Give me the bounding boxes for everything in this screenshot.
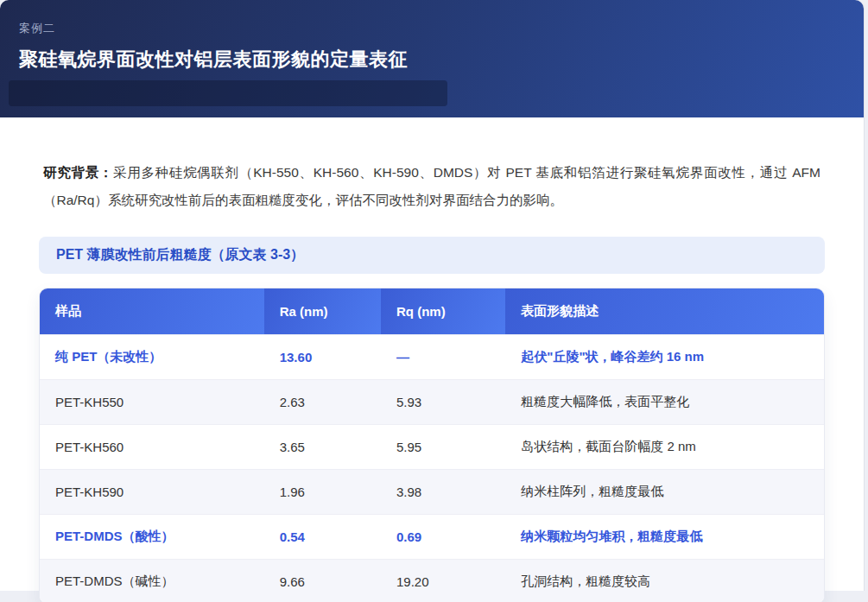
cell-sample: PET-KH590 (40, 469, 264, 514)
cell-rq: 3.98 (381, 469, 505, 514)
roughness-table-container: 样品 Ra (nm) Rq (nm) 表面形貌描述 纯 PET（未改性） 13.… (39, 288, 825, 602)
cell-ra: 9.66 (264, 559, 381, 602)
cell-ra: 2.63 (264, 379, 381, 424)
column-header-ra: Ra (nm) (264, 288, 381, 335)
redacted-subtitle-bar (9, 80, 447, 106)
column-header-rq: Rq (nm) (381, 288, 505, 335)
cell-rq: 19.20 (381, 559, 505, 602)
case-study-card: 案例二 聚硅氧烷界面改性对铝层表面形貌的定量表征 研究背景：采用多种硅烷偶联剂（… (0, 0, 865, 591)
cell-rq: 5.95 (381, 424, 505, 469)
cell-rq: 5.93 (381, 379, 505, 424)
cell-description: 孔洞结构，粗糙度较高 (505, 559, 824, 602)
table-row: PET-DMDS（酸性） 0.54 0.69 纳米颗粒均匀堆积，粗糙度最低 (40, 514, 824, 559)
case-eyebrow-label: 案例二 (19, 21, 864, 36)
column-header-description: 表面形貌描述 (505, 288, 824, 335)
table-body: 纯 PET（未改性） 13.60 — 起伏"丘陵"状，峰谷差约 16 nm PE… (40, 334, 824, 602)
cell-sample: 纯 PET（未改性） (40, 334, 264, 379)
cell-ra: 0.54 (264, 514, 381, 559)
table-row: 纯 PET（未改性） 13.60 — 起伏"丘陵"状，峰谷差约 16 nm (40, 334, 824, 379)
table-header-row: 样品 Ra (nm) Rq (nm) 表面形貌描述 (40, 288, 824, 335)
hero-header: 案例二 聚硅氧烷界面改性对铝层表面形貌的定量表征 (0, 0, 864, 117)
research-background-text: 采用多种硅烷偶联剂（KH-550、KH-560、KH-590、DMDS）对 PE… (43, 165, 820, 207)
research-background-label: 研究背景： (43, 165, 113, 180)
cell-sample: PET-DMDS（碱性） (40, 559, 264, 602)
table-header: 样品 Ra (nm) Rq (nm) 表面形貌描述 (40, 288, 824, 335)
page-title: 聚硅氧烷界面改性对铝层表面形貌的定量表征 (19, 47, 864, 73)
cell-ra: 1.96 (264, 469, 381, 514)
cell-sample: PET-KH560 (40, 424, 264, 469)
cell-sample: PET-KH550 (40, 379, 264, 424)
table-row: PET-KH590 1.96 3.98 纳米柱阵列，粗糙度最低 (40, 469, 824, 514)
cell-sample: PET-DMDS（酸性） (40, 514, 264, 559)
cell-ra: 13.60 (264, 334, 381, 379)
cell-ra: 3.65 (264, 424, 381, 469)
page-body: 研究背景：采用多种硅烷偶联剂（KH-550、KH-560、KH-590、DMDS… (0, 117, 864, 602)
cell-rq: — (381, 334, 505, 379)
table-row: PET-DMDS（碱性） 9.66 19.20 孔洞结构，粗糙度较高 (40, 559, 824, 602)
table-caption-banner: PET 薄膜改性前后粗糙度（原文表 3-3） (39, 237, 825, 274)
table-row: PET-KH560 3.65 5.95 岛状结构，截面台阶幅度 2 nm (40, 424, 824, 469)
cell-description: 纳米柱阵列，粗糙度最低 (505, 469, 824, 514)
cell-description: 岛状结构，截面台阶幅度 2 nm (505, 424, 824, 469)
column-header-sample: 样品 (40, 288, 264, 335)
roughness-table: 样品 Ra (nm) Rq (nm) 表面形貌描述 纯 PET（未改性） 13.… (40, 288, 824, 602)
cell-rq: 0.69 (381, 514, 505, 559)
table-row: PET-KH550 2.63 5.93 粗糙度大幅降低，表面平整化 (40, 379, 824, 424)
research-background-paragraph: 研究背景：采用多种硅烷偶联剂（KH-550、KH-560、KH-590、DMDS… (39, 159, 825, 214)
cell-description: 粗糙度大幅降低，表面平整化 (505, 379, 824, 424)
cell-description: 纳米颗粒均匀堆积，粗糙度最低 (505, 514, 824, 559)
cell-description: 起伏"丘陵"状，峰谷差约 16 nm (505, 334, 824, 379)
